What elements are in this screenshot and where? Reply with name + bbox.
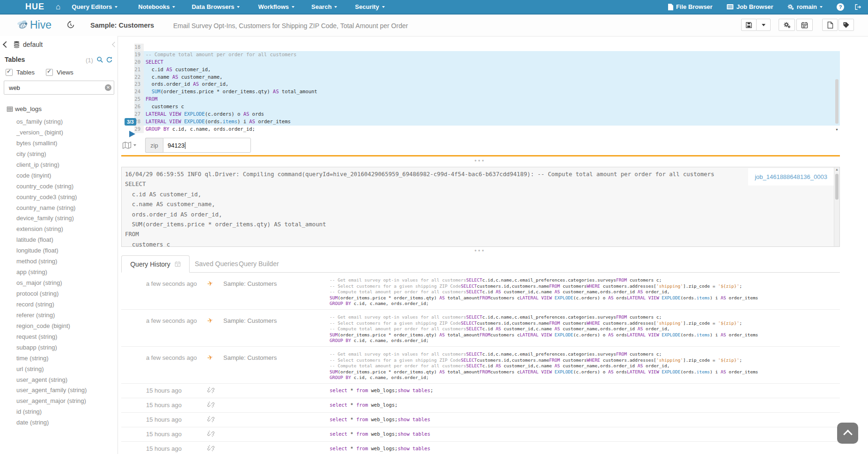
clear-history-icon[interactable]: [175, 261, 181, 267]
app-name[interactable]: Hive: [30, 19, 51, 31]
variables-map-button[interactable]: [122, 141, 136, 149]
history-row[interactable]: a few seconds ago✈Sample: Customers-- Ge…: [121, 347, 840, 384]
column-item[interactable]: url (string): [0, 364, 117, 375]
menu-security[interactable]: Security: [355, 3, 384, 10]
hue-logo[interactable]: HUE: [25, 2, 44, 12]
column-item[interactable]: date (string): [0, 417, 117, 428]
user-menu[interactable]: romain: [787, 3, 823, 10]
column-item[interactable]: referer (string): [0, 310, 117, 321]
log-scrollbar[interactable]: ▲: [834, 167, 839, 246]
column-item[interactable]: extension (string): [0, 224, 117, 235]
column-item[interactable]: os_major (string): [0, 278, 117, 289]
column-item[interactable]: city (string): [0, 149, 117, 160]
table-filter-input[interactable]: [4, 81, 114, 95]
column-item[interactable]: user_agent_major (string): [0, 396, 117, 407]
column-item[interactable]: subapp (string): [0, 342, 117, 353]
clear-filter-icon[interactable]: ✕: [105, 84, 111, 91]
views-checkbox[interactable]: [46, 69, 53, 76]
column-item[interactable]: protocol (string): [0, 289, 117, 299]
menu-search[interactable]: Search: [311, 3, 337, 10]
editor-line[interactable]: 20SELECT: [121, 59, 840, 66]
column-item[interactable]: os_family (string): [0, 117, 117, 127]
refresh-icon[interactable]: [106, 56, 113, 63]
menu-query-editors[interactable]: Query Editors: [72, 3, 118, 10]
column-item[interactable]: bytes (smallint): [0, 138, 117, 149]
column-item[interactable]: country_code (string): [0, 181, 117, 192]
editor-line[interactable]: 27LATERAL VIEW EXPLODE(c.orders) o AS or…: [121, 111, 840, 118]
home-icon[interactable]: ⌂: [56, 0, 60, 14]
file-browser-link[interactable]: File Browser: [668, 3, 713, 10]
scroll-down-icon[interactable]: ▼: [834, 128, 839, 131]
job-link[interactable]: job_1461888648136_0003: [755, 173, 827, 180]
scroll-to-top-button[interactable]: [837, 423, 858, 444]
column-item[interactable]: longitude (float): [0, 246, 117, 256]
column-item[interactable]: client_ip (string): [0, 160, 117, 171]
editor-line[interactable]: 26 customers c: [121, 103, 840, 111]
editor-line[interactable]: 25FROM: [121, 96, 840, 103]
editor-line[interactable]: 24 SUM(order_items.price * order_items.q…: [121, 88, 840, 96]
new-document-button[interactable]: [822, 19, 838, 31]
column-item[interactable]: record (string): [0, 299, 117, 310]
chevron-down-icon: [762, 24, 765, 26]
save-dropdown-button[interactable]: [756, 19, 771, 31]
column-item[interactable]: id (string): [0, 407, 117, 417]
column-item[interactable]: latitude (float): [0, 235, 117, 246]
query-title[interactable]: Sample: Customers: [90, 22, 154, 29]
database-back-row[interactable]: default: [4, 41, 43, 48]
database-name[interactable]: default: [23, 41, 43, 48]
editor-line[interactable]: 23 ords.order_id AS order_id,: [121, 81, 840, 88]
column-item[interactable]: country_name (string): [0, 203, 117, 214]
column-item[interactable]: code (tinyint): [0, 171, 117, 181]
editor-line[interactable]: 22 c.name AS customer_name,: [121, 74, 840, 81]
history-row[interactable]: 15 hours agoselect * from web_logs;show …: [121, 413, 840, 427]
tab-saved-queries[interactable]: Saved Queries: [195, 255, 238, 273]
table-item-web-logs[interactable]: web_logs: [7, 105, 42, 112]
editor-line[interactable]: 18: [121, 44, 840, 51]
scrollbar-thumb[interactable]: [835, 174, 839, 200]
help-icon[interactable]: ?: [837, 3, 844, 11]
collapse-assist-icon[interactable]: [112, 42, 117, 47]
execute-button[interactable]: [129, 131, 135, 137]
editor-scrollbar[interactable]: ▼: [834, 45, 839, 131]
editor-line[interactable]: 28LATERAL VIEW EXPLODE(ords.items) i AS …: [121, 118, 840, 126]
history-row[interactable]: a few seconds ago✈Sample: Customers-- Ge…: [121, 273, 840, 310]
column-item[interactable]: user_agent_family (string): [0, 385, 117, 396]
history-row[interactable]: 15 hours agoselect * from web_logs;show …: [121, 427, 840, 442]
menu-data-browsers[interactable]: Data Browsers: [191, 3, 240, 10]
history-row[interactable]: 15 hours agoselect * from web_logs;: [121, 398, 840, 413]
history-row[interactable]: a few seconds ago✈Sample: Customers-- Ge…: [121, 310, 840, 347]
column-item[interactable]: request (string): [0, 332, 117, 342]
editor-line[interactable]: 29GROUP BY c.id, c.name, ords.order_id;: [121, 126, 840, 133]
resize-grip[interactable]: ●●●: [466, 248, 494, 253]
column-item[interactable]: device_family (string): [0, 213, 117, 224]
menu-notebooks[interactable]: Notebooks: [138, 3, 175, 10]
scroll-up-icon[interactable]: ▲: [834, 168, 839, 171]
menu-workflows[interactable]: Workflows: [258, 3, 294, 10]
column-item[interactable]: region_code (bigint): [0, 321, 117, 332]
tags-button[interactable]: [839, 19, 854, 31]
column-item[interactable]: app (string): [0, 267, 117, 278]
sign-out-icon[interactable]: [854, 4, 861, 10]
tab-query-history[interactable]: Query History: [121, 255, 190, 273]
job-browser-link[interactable]: Job Browser: [727, 3, 773, 10]
column-item[interactable]: user_agent (string): [0, 375, 117, 386]
column-item[interactable]: method (string): [0, 256, 117, 267]
variable-value-input[interactable]: 94123: [163, 138, 251, 153]
tab-query-builder[interactable]: Query Builder: [239, 255, 279, 273]
history-row[interactable]: 15 hours agoselect * from web_logs;show …: [121, 384, 840, 398]
resize-grip[interactable]: ●●●: [466, 158, 494, 163]
save-button[interactable]: [741, 19, 757, 31]
editor-line[interactable]: 19-- Compute total amount per order for …: [121, 51, 840, 59]
sql-editor[interactable]: 1819-- Compute total amount per order fo…: [121, 44, 840, 133]
column-item[interactable]: _version_ (bigint): [0, 127, 117, 138]
column-item[interactable]: country_code3 (string): [0, 192, 117, 203]
editor-line[interactable]: 21 c.id AS customer_id,: [121, 66, 840, 74]
tables-checkbox[interactable]: [6, 69, 13, 76]
column-item[interactable]: time (string): [0, 353, 117, 364]
schedule-button[interactable]: [796, 19, 813, 31]
settings-button[interactable]: [779, 19, 795, 31]
scrollbar-thumb[interactable]: [835, 79, 839, 124]
search-icon[interactable]: [96, 56, 103, 63]
history-row[interactable]: 15 hours agoselect * from web_logs;show …: [121, 442, 840, 454]
query-history-icon[interactable]: [66, 21, 75, 29]
